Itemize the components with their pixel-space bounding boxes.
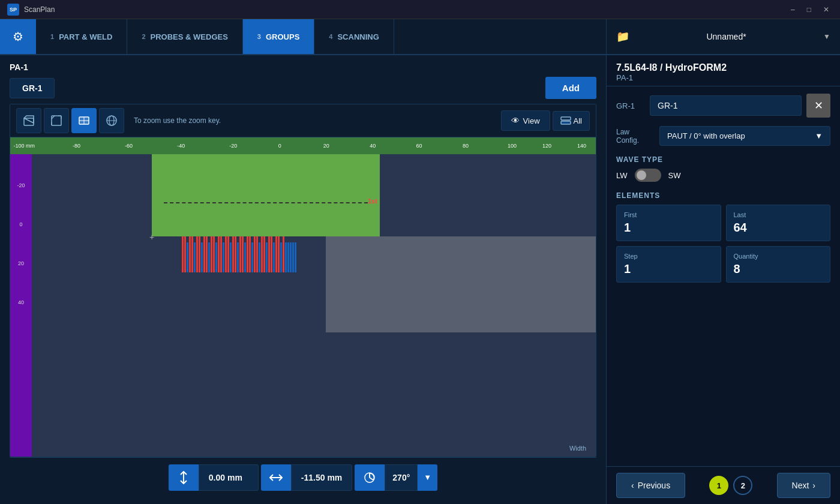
tab-label-1: PART & WELD bbox=[59, 32, 112, 41]
law-config-row: LawConfig. PAUT / 0° with overlap ▼ bbox=[616, 126, 830, 146]
el-line bbox=[237, 242, 239, 272]
view-icon-perspective[interactable] bbox=[16, 108, 41, 133]
settings-button[interactable]: ⚙ bbox=[0, 19, 36, 54]
gr-delete-button[interactable]: ✕ bbox=[806, 94, 830, 118]
titlebar: SP ScanPlan – □ ✕ bbox=[0, 0, 840, 19]
elem-quantity-value: 8 bbox=[734, 262, 823, 276]
tab-num-2: 2 bbox=[142, 33, 145, 40]
el-line bbox=[223, 242, 224, 272]
project-header: 📁 Unnamed* ▼ bbox=[606, 19, 840, 54]
el-line bbox=[242, 236, 244, 272]
el-line bbox=[213, 236, 215, 272]
horizontal-icon bbox=[269, 472, 283, 483]
x-tick: 140 bbox=[577, 143, 586, 149]
wave-sw: SW bbox=[668, 171, 681, 180]
view-icon-front[interactable] bbox=[44, 108, 69, 133]
maximize-button[interactable]: □ bbox=[803, 4, 815, 15]
beam-rect bbox=[152, 143, 380, 236]
el-line bbox=[268, 236, 270, 272]
svg-rect-9 bbox=[561, 121, 571, 124]
elem-first-cell: First 1 bbox=[616, 205, 721, 241]
el-line bbox=[280, 242, 282, 272]
el-line bbox=[292, 242, 294, 272]
horizontal-icon-button[interactable] bbox=[261, 464, 291, 491]
tab-num-3: 3 bbox=[257, 33, 261, 40]
next-button[interactable]: Next › bbox=[777, 473, 830, 498]
grey-coverage bbox=[326, 236, 596, 332]
tab-label-3: GROUPS bbox=[266, 32, 299, 41]
tab-groups[interactable]: 3 GROUPS bbox=[243, 19, 314, 54]
tab-num-4: 4 bbox=[329, 33, 332, 40]
close-button[interactable]: ✕ bbox=[820, 4, 833, 15]
layers-icon bbox=[560, 116, 571, 125]
angle-value: 270° bbox=[385, 464, 418, 491]
tab-scanning[interactable]: 4 SCANNING bbox=[314, 19, 394, 54]
el-line bbox=[187, 242, 188, 272]
el-line bbox=[249, 236, 251, 272]
el-line bbox=[263, 236, 265, 272]
add-button[interactable]: Add bbox=[545, 77, 596, 99]
wave-row: LW SW bbox=[616, 169, 830, 182]
tab-label-2: PROBES & WEDGES bbox=[151, 32, 228, 41]
app-title: ScanPlan bbox=[24, 5, 55, 14]
first-label: 1st bbox=[368, 197, 377, 205]
vertical-ctrl-group: 0.00 mm bbox=[169, 464, 259, 491]
law-config-value: PAUT / 0° with overlap bbox=[667, 131, 745, 140]
tab-part-weld[interactable]: 1 PART & WELD bbox=[36, 19, 127, 54]
el-line bbox=[191, 236, 193, 272]
project-dropdown-arrow[interactable]: ▼ bbox=[823, 32, 830, 41]
all-button[interactable]: All bbox=[553, 111, 590, 131]
angle-dropdown-button[interactable]: ▼ bbox=[418, 464, 437, 491]
x-tick: -80 bbox=[73, 143, 80, 149]
law-config-label: LawConfig. bbox=[616, 128, 655, 145]
svg-rect-8 bbox=[561, 117, 571, 120]
view-button[interactable]: 👁 View bbox=[501, 110, 550, 131]
el-line bbox=[218, 236, 220, 272]
el-line bbox=[232, 236, 234, 272]
law-config-dropdown[interactable]: PAUT / 0° with overlap ▼ bbox=[659, 126, 830, 146]
right-panel: 7.5L64-I8 / HydroFORM2 PA-1 GR-1 ✕ LawCo… bbox=[606, 55, 840, 504]
left-content: PA-1 GR-1 Add bbox=[0, 55, 606, 504]
canvas-inner: -40 mm -20 0 20 40 1st bbox=[10, 137, 596, 457]
el-line bbox=[184, 236, 186, 272]
el-line bbox=[201, 242, 203, 272]
elements-grid: First 1 Last 64 Step 1 Quantity 8 bbox=[616, 205, 830, 283]
el-line bbox=[278, 236, 280, 272]
el-line bbox=[244, 242, 246, 272]
weld-area bbox=[152, 236, 326, 284]
top-icon bbox=[77, 114, 91, 127]
device-name: 7.5L64-I8 / HydroFORM2 bbox=[616, 62, 830, 73]
view-icon-top[interactable] bbox=[71, 108, 97, 133]
gr-input[interactable] bbox=[650, 95, 802, 116]
group-gr1-button[interactable]: GR-1 bbox=[10, 78, 55, 98]
view-icon-3d[interactable] bbox=[99, 108, 124, 133]
wave-toggle[interactable] bbox=[635, 169, 661, 182]
view-btn-label: View bbox=[523, 116, 540, 125]
x-tick: -60 bbox=[125, 143, 133, 149]
all-btn-label: All bbox=[574, 116, 582, 125]
el-line bbox=[211, 236, 212, 272]
angle-icon-button[interactable] bbox=[355, 464, 385, 491]
el-line bbox=[266, 242, 268, 272]
el-line bbox=[290, 242, 292, 272]
el-line bbox=[203, 236, 205, 272]
x-tick: 80 bbox=[463, 143, 469, 149]
x-tick: 40 bbox=[370, 143, 376, 149]
page-dot-2[interactable]: 2 bbox=[733, 476, 752, 495]
y-ruler: -40 mm -20 0 20 40 bbox=[10, 137, 32, 457]
tab-probes-wedges[interactable]: 2 PROBES & WEDGES bbox=[127, 19, 242, 54]
previous-button[interactable]: ‹ Previous bbox=[616, 473, 685, 498]
next-arrow-icon: › bbox=[812, 481, 815, 490]
page-dot-1[interactable]: 1 bbox=[709, 476, 728, 495]
el-line bbox=[220, 236, 222, 272]
horizontal-ctrl-group: -11.50 mm bbox=[261, 464, 352, 491]
gr-row: GR-1 ✕ bbox=[616, 94, 830, 118]
el-line bbox=[239, 236, 241, 272]
bottom-controls: 0.00 mm -11.50 mm bbox=[10, 457, 596, 497]
rotation-icon bbox=[363, 471, 376, 484]
rp-body: GR-1 ✕ LawConfig. PAUT / 0° with overlap… bbox=[607, 86, 840, 466]
elem-last-cell: Last 64 bbox=[726, 205, 831, 241]
vertical-icon-button[interactable] bbox=[169, 464, 199, 491]
titlebar-left: SP ScanPlan bbox=[7, 4, 55, 16]
minimize-button[interactable]: – bbox=[787, 4, 799, 15]
